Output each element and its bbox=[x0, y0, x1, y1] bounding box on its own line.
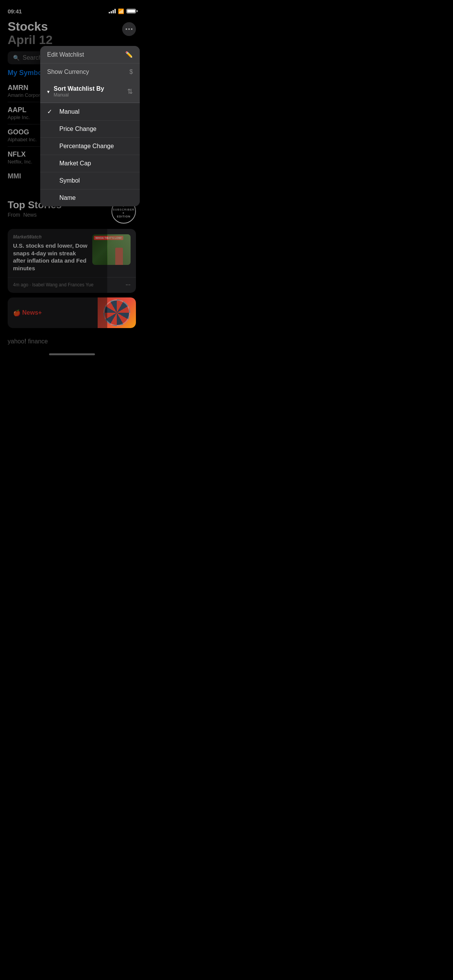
sort-check-manual: ✓ bbox=[47, 108, 54, 115]
status-icons: 📶 bbox=[109, 8, 136, 14]
sort-label-manual: Manual bbox=[59, 108, 79, 115]
yahoo-finance-section: yahoo! finance bbox=[0, 333, 144, 350]
edit-watchlist-item[interactable]: Edit Watchlist ✏️ bbox=[40, 46, 140, 64]
news-card-text-1: MarketWatch U.S. stocks end lower, Dow s… bbox=[13, 234, 88, 272]
sort-title: Sort Watchlist By bbox=[54, 85, 104, 92]
sort-watchlist-header[interactable]: ▾ Sort Watchlist By Manual ⇅ bbox=[40, 80, 140, 103]
apple-news-plus-icon: 🍎 bbox=[13, 309, 21, 317]
roulette-visual bbox=[103, 299, 130, 326]
dropdown-menu: Edit Watchlist ✏️ Show Currency $ ▾ Sort… bbox=[40, 46, 140, 206]
yahoo-finance-logo: yahoo! finance bbox=[8, 338, 136, 345]
sort-option-name[interactable]: Name bbox=[40, 189, 140, 206]
subscriber-badge-text: ✦SUBSCRIBER✦EDITION bbox=[113, 204, 134, 218]
news-thumbnail-1: WHOA THAT'S LOW! bbox=[92, 234, 131, 265]
news-meta-1: 4m ago · Isabel Wang and Frances Yue bbox=[13, 282, 93, 287]
news-plus-card[interactable]: 🍎 News+ bbox=[8, 297, 136, 328]
sort-option-price-change[interactable]: Price Change bbox=[40, 121, 140, 138]
partial-stock-info: MMI bbox=[8, 172, 21, 180]
news-card-content-1: MarketWatch U.S. stocks end lower, Dow s… bbox=[8, 229, 136, 277]
search-icon: 🔍 bbox=[13, 55, 20, 61]
show-currency-item[interactable]: Show Currency $ bbox=[40, 64, 140, 80]
edit-watchlist-label: Edit Watchlist bbox=[47, 51, 84, 58]
news-source-label-1: MarketWatch bbox=[13, 234, 88, 240]
partial-stock-ticker: MMI bbox=[8, 172, 21, 180]
header: Stocks April 12 bbox=[0, 17, 144, 47]
currency-icon: $ bbox=[129, 69, 133, 75]
sort-option-market-cap[interactable]: Market Cap bbox=[40, 155, 140, 172]
news-card-footer-1: 4m ago · Isabel Wang and Frances Yue ··· bbox=[8, 277, 136, 293]
app-title: Stocks bbox=[8, 20, 52, 33]
home-bar bbox=[49, 353, 95, 355]
news-plus-badge: 🍎 News+ bbox=[8, 309, 47, 317]
sort-label-market-cap: Market Cap bbox=[59, 160, 91, 167]
top-stories-section: Top Stories From News ✦SUBSCRIBER✦EDITIO… bbox=[0, 191, 144, 328]
battery-icon bbox=[126, 9, 136, 13]
search-placeholder: Search bbox=[23, 54, 42, 61]
status-time: 09:41 bbox=[8, 8, 22, 15]
app-date: April 12 bbox=[8, 33, 52, 47]
news-source-label: News bbox=[23, 212, 37, 218]
sort-label-symbol: Symbol bbox=[59, 177, 80, 184]
news-plus-thumbnail bbox=[98, 297, 136, 328]
sort-expand-icon: ▾ bbox=[47, 89, 50, 95]
sort-option-manual[interactable]: ✓ Manual bbox=[40, 103, 140, 121]
news-plus-label: News+ bbox=[22, 309, 42, 316]
edit-icon: ✏️ bbox=[125, 51, 133, 58]
news-more-button-1[interactable]: ··· bbox=[126, 281, 131, 288]
sort-option-symbol[interactable]: Symbol bbox=[40, 172, 140, 189]
sort-order-icon: ⇅ bbox=[127, 87, 133, 96]
sort-options-list: ✓ Manual Price Change Percentage Change … bbox=[40, 103, 140, 206]
sort-label-price-change: Price Change bbox=[59, 126, 96, 132]
from-label: From bbox=[8, 212, 20, 218]
signal-icon bbox=[109, 9, 116, 13]
more-button[interactable] bbox=[122, 22, 136, 36]
show-currency-label: Show Currency bbox=[47, 69, 89, 75]
top-stories-source: From News bbox=[8, 212, 62, 218]
sort-subtitle: Manual bbox=[54, 92, 104, 98]
sort-label-name: Name bbox=[59, 194, 76, 201]
sort-option-pct-change[interactable]: Percentage Change bbox=[40, 138, 140, 155]
status-bar: 09:41 📶 bbox=[0, 0, 144, 17]
news-card-1[interactable]: MarketWatch U.S. stocks end lower, Dow s… bbox=[8, 229, 136, 293]
home-indicator bbox=[0, 350, 144, 358]
wifi-icon: 📶 bbox=[118, 8, 124, 14]
news-headline-1: U.S. stocks end lower, Dow snaps 4-day w… bbox=[13, 242, 88, 272]
sort-label-pct-change: Percentage Change bbox=[59, 143, 114, 150]
